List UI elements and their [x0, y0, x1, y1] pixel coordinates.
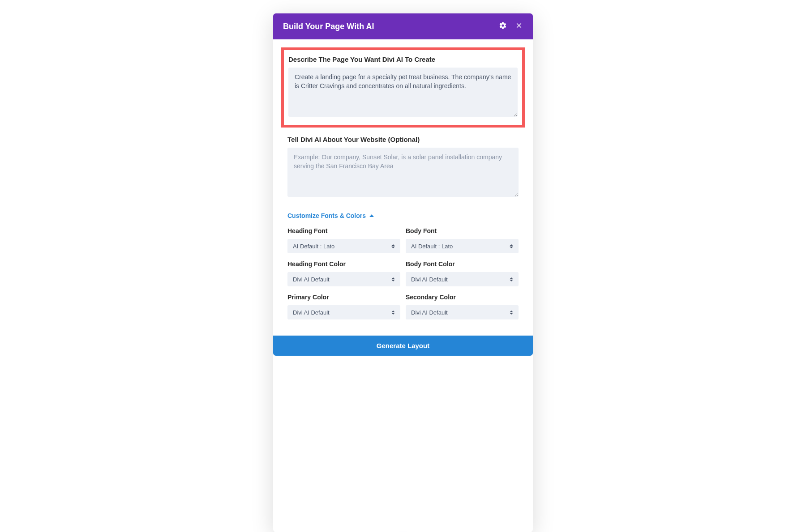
- primary-color-label: Primary Color: [287, 294, 400, 301]
- sort-icon: [391, 244, 395, 248]
- body-font-color-label: Body Font Color: [406, 260, 519, 268]
- website-info-label: Tell Divi AI About Your Website (Optiona…: [287, 136, 519, 143]
- modal-header: Build Your Page With AI: [273, 13, 533, 39]
- heading-font-color-item: Heading Font Color Divi AI Default: [287, 260, 400, 286]
- sort-icon: [510, 244, 513, 248]
- close-icon[interactable]: [515, 21, 523, 31]
- heading-font-color-select[interactable]: Divi AI Default: [287, 272, 400, 286]
- sort-icon: [391, 277, 395, 281]
- heading-font-color-label: Heading Font Color: [287, 260, 400, 268]
- triangle-up-icon: [369, 214, 374, 217]
- primary-color-select[interactable]: Divi AI Default: [287, 305, 400, 319]
- body-font-color-value: Divi AI Default: [411, 276, 448, 283]
- font-color-grid: Heading Font AI Default : Lato Body Font…: [281, 227, 525, 336]
- body-font-label: Body Font: [406, 227, 519, 234]
- customize-toggle[interactable]: Customize Fonts & Colors: [287, 212, 519, 219]
- generate-layout-button[interactable]: Generate Layout: [273, 336, 533, 356]
- sort-icon: [391, 311, 395, 315]
- body-font-color-item: Body Font Color Divi AI Default: [406, 260, 519, 286]
- heading-font-label: Heading Font: [287, 227, 400, 234]
- heading-font-value: AI Default : Lato: [293, 243, 334, 250]
- heading-font-select[interactable]: AI Default : Lato: [287, 239, 400, 253]
- secondary-color-value: Divi AI Default: [411, 309, 448, 316]
- describe-label: Describe The Page You Want Divi AI To Cr…: [288, 55, 518, 63]
- heading-font-color-value: Divi AI Default: [293, 276, 330, 283]
- body-font-value: AI Default : Lato: [411, 243, 453, 250]
- describe-textarea[interactable]: [288, 68, 518, 117]
- gear-icon[interactable]: [499, 21, 507, 31]
- primary-color-value: Divi AI Default: [293, 309, 330, 316]
- secondary-color-label: Secondary Color: [406, 294, 519, 301]
- body-font-item: Body Font AI Default : Lato: [406, 227, 519, 253]
- body-font-color-select[interactable]: Divi AI Default: [406, 272, 519, 286]
- header-icons: [499, 21, 523, 31]
- website-info-section: Tell Divi AI About Your Website (Optiona…: [281, 136, 525, 199]
- website-info-textarea[interactable]: [287, 148, 519, 197]
- primary-color-item: Primary Color Divi AI Default: [287, 294, 400, 319]
- secondary-color-select[interactable]: Divi AI Default: [406, 305, 519, 319]
- customize-toggle-label: Customize Fonts & Colors: [287, 212, 366, 219]
- sort-icon: [510, 311, 513, 315]
- ai-modal: Build Your Page With AI Describe The Pag…: [273, 13, 533, 532]
- secondary-color-item: Secondary Color Divi AI Default: [406, 294, 519, 319]
- sort-icon: [510, 277, 513, 281]
- describe-highlight: Describe The Page You Want Divi AI To Cr…: [281, 47, 525, 128]
- modal-body: Describe The Page You Want Divi AI To Cr…: [273, 39, 533, 336]
- modal-title: Build Your Page With AI: [283, 22, 374, 31]
- body-font-select[interactable]: AI Default : Lato: [406, 239, 519, 253]
- heading-font-item: Heading Font AI Default : Lato: [287, 227, 400, 253]
